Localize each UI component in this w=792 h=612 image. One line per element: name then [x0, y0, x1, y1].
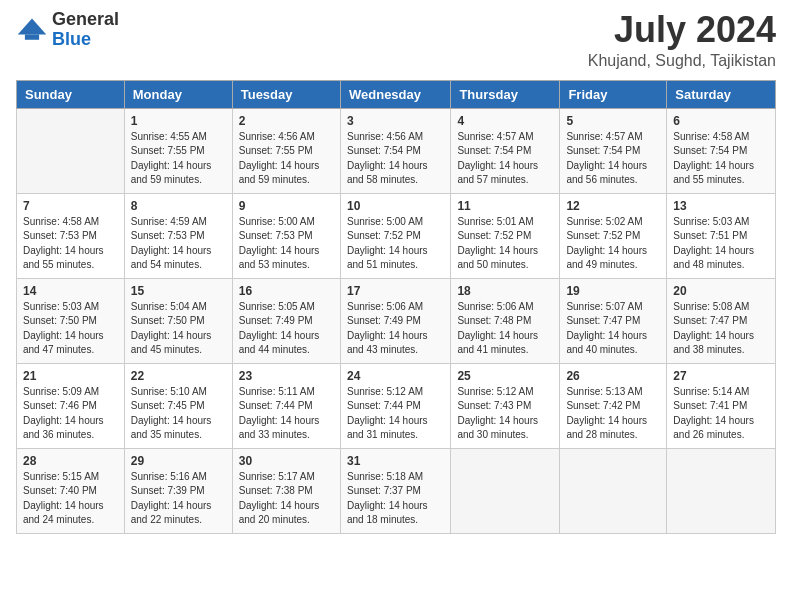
calendar-cell: 22Sunrise: 5:10 AMSunset: 7:45 PMDayligh…	[124, 363, 232, 448]
logo: General Blue	[16, 10, 119, 50]
day-number: 26	[566, 369, 660, 383]
calendar-cell: 2Sunrise: 4:56 AMSunset: 7:55 PMDaylight…	[232, 108, 340, 193]
page: General Blue July 2024 Khujand, Sughd, T…	[0, 0, 792, 550]
calendar-cell: 21Sunrise: 5:09 AMSunset: 7:46 PMDayligh…	[17, 363, 125, 448]
day-number: 29	[131, 454, 226, 468]
day-info: Sunrise: 5:04 AMSunset: 7:50 PMDaylight:…	[131, 300, 226, 358]
day-info: Sunrise: 5:11 AMSunset: 7:44 PMDaylight:…	[239, 385, 334, 443]
calendar-header-wednesday: Wednesday	[340, 80, 450, 108]
day-number: 2	[239, 114, 334, 128]
calendar-cell: 24Sunrise: 5:12 AMSunset: 7:44 PMDayligh…	[340, 363, 450, 448]
location: Khujand, Sughd, Tajikistan	[588, 52, 776, 70]
day-number: 22	[131, 369, 226, 383]
calendar-cell: 8Sunrise: 4:59 AMSunset: 7:53 PMDaylight…	[124, 193, 232, 278]
day-info: Sunrise: 5:10 AMSunset: 7:45 PMDaylight:…	[131, 385, 226, 443]
day-info: Sunrise: 4:55 AMSunset: 7:55 PMDaylight:…	[131, 130, 226, 188]
day-number: 10	[347, 199, 444, 213]
calendar-cell: 9Sunrise: 5:00 AMSunset: 7:53 PMDaylight…	[232, 193, 340, 278]
calendar-cell: 5Sunrise: 4:57 AMSunset: 7:54 PMDaylight…	[560, 108, 667, 193]
calendar-header-thursday: Thursday	[451, 80, 560, 108]
calendar-header-row: SundayMondayTuesdayWednesdayThursdayFrid…	[17, 80, 776, 108]
calendar-cell: 1Sunrise: 4:55 AMSunset: 7:55 PMDaylight…	[124, 108, 232, 193]
day-info: Sunrise: 4:56 AMSunset: 7:55 PMDaylight:…	[239, 130, 334, 188]
day-info: Sunrise: 5:08 AMSunset: 7:47 PMDaylight:…	[673, 300, 769, 358]
day-info: Sunrise: 5:03 AMSunset: 7:51 PMDaylight:…	[673, 215, 769, 273]
calendar-week-row: 14Sunrise: 5:03 AMSunset: 7:50 PMDayligh…	[17, 278, 776, 363]
calendar-cell: 31Sunrise: 5:18 AMSunset: 7:37 PMDayligh…	[340, 448, 450, 533]
day-number: 14	[23, 284, 118, 298]
calendar-cell	[560, 448, 667, 533]
day-info: Sunrise: 5:05 AMSunset: 7:49 PMDaylight:…	[239, 300, 334, 358]
day-info: Sunrise: 5:06 AMSunset: 7:49 PMDaylight:…	[347, 300, 444, 358]
day-info: Sunrise: 5:12 AMSunset: 7:44 PMDaylight:…	[347, 385, 444, 443]
day-number: 4	[457, 114, 553, 128]
month-year: July 2024	[588, 10, 776, 50]
day-number: 21	[23, 369, 118, 383]
calendar-cell: 27Sunrise: 5:14 AMSunset: 7:41 PMDayligh…	[667, 363, 776, 448]
day-info: Sunrise: 5:02 AMSunset: 7:52 PMDaylight:…	[566, 215, 660, 273]
header: General Blue July 2024 Khujand, Sughd, T…	[16, 10, 776, 70]
day-number: 25	[457, 369, 553, 383]
calendar-cell: 23Sunrise: 5:11 AMSunset: 7:44 PMDayligh…	[232, 363, 340, 448]
day-number: 7	[23, 199, 118, 213]
day-info: Sunrise: 4:58 AMSunset: 7:53 PMDaylight:…	[23, 215, 118, 273]
day-info: Sunrise: 5:06 AMSunset: 7:48 PMDaylight:…	[457, 300, 553, 358]
calendar-cell: 10Sunrise: 5:00 AMSunset: 7:52 PMDayligh…	[340, 193, 450, 278]
day-info: Sunrise: 4:58 AMSunset: 7:54 PMDaylight:…	[673, 130, 769, 188]
day-info: Sunrise: 5:13 AMSunset: 7:42 PMDaylight:…	[566, 385, 660, 443]
day-info: Sunrise: 5:00 AMSunset: 7:53 PMDaylight:…	[239, 215, 334, 273]
day-info: Sunrise: 5:03 AMSunset: 7:50 PMDaylight:…	[23, 300, 118, 358]
day-number: 27	[673, 369, 769, 383]
calendar-header-tuesday: Tuesday	[232, 80, 340, 108]
calendar-week-row: 1Sunrise: 4:55 AMSunset: 7:55 PMDaylight…	[17, 108, 776, 193]
day-info: Sunrise: 4:57 AMSunset: 7:54 PMDaylight:…	[566, 130, 660, 188]
day-info: Sunrise: 5:07 AMSunset: 7:47 PMDaylight:…	[566, 300, 660, 358]
calendar-header-saturday: Saturday	[667, 80, 776, 108]
day-info: Sunrise: 5:18 AMSunset: 7:37 PMDaylight:…	[347, 470, 444, 528]
calendar-header-sunday: Sunday	[17, 80, 125, 108]
logo-icon	[16, 16, 48, 44]
calendar-cell: 6Sunrise: 4:58 AMSunset: 7:54 PMDaylight…	[667, 108, 776, 193]
calendar-week-row: 7Sunrise: 4:58 AMSunset: 7:53 PMDaylight…	[17, 193, 776, 278]
calendar-cell	[17, 108, 125, 193]
calendar-cell: 7Sunrise: 4:58 AMSunset: 7:53 PMDaylight…	[17, 193, 125, 278]
calendar-table: SundayMondayTuesdayWednesdayThursdayFrid…	[16, 80, 776, 534]
day-info: Sunrise: 5:09 AMSunset: 7:46 PMDaylight:…	[23, 385, 118, 443]
day-number: 11	[457, 199, 553, 213]
calendar-cell: 26Sunrise: 5:13 AMSunset: 7:42 PMDayligh…	[560, 363, 667, 448]
calendar-cell: 12Sunrise: 5:02 AMSunset: 7:52 PMDayligh…	[560, 193, 667, 278]
svg-rect-1	[25, 34, 39, 39]
calendar-cell: 4Sunrise: 4:57 AMSunset: 7:54 PMDaylight…	[451, 108, 560, 193]
day-info: Sunrise: 5:17 AMSunset: 7:38 PMDaylight:…	[239, 470, 334, 528]
calendar-cell: 25Sunrise: 5:12 AMSunset: 7:43 PMDayligh…	[451, 363, 560, 448]
calendar-cell: 30Sunrise: 5:17 AMSunset: 7:38 PMDayligh…	[232, 448, 340, 533]
day-number: 28	[23, 454, 118, 468]
calendar-cell: 18Sunrise: 5:06 AMSunset: 7:48 PMDayligh…	[451, 278, 560, 363]
day-number: 19	[566, 284, 660, 298]
day-number: 23	[239, 369, 334, 383]
day-number: 20	[673, 284, 769, 298]
calendar-cell: 28Sunrise: 5:15 AMSunset: 7:40 PMDayligh…	[17, 448, 125, 533]
title-block: July 2024 Khujand, Sughd, Tajikistan	[588, 10, 776, 70]
calendar-cell	[451, 448, 560, 533]
day-info: Sunrise: 5:14 AMSunset: 7:41 PMDaylight:…	[673, 385, 769, 443]
day-number: 16	[239, 284, 334, 298]
calendar-header-monday: Monday	[124, 80, 232, 108]
calendar-cell: 17Sunrise: 5:06 AMSunset: 7:49 PMDayligh…	[340, 278, 450, 363]
calendar-cell: 3Sunrise: 4:56 AMSunset: 7:54 PMDaylight…	[340, 108, 450, 193]
calendar-week-row: 21Sunrise: 5:09 AMSunset: 7:46 PMDayligh…	[17, 363, 776, 448]
logo-text: General Blue	[52, 10, 119, 50]
logo-general-text: General	[52, 9, 119, 29]
calendar-cell: 16Sunrise: 5:05 AMSunset: 7:49 PMDayligh…	[232, 278, 340, 363]
day-number: 17	[347, 284, 444, 298]
calendar-cell: 20Sunrise: 5:08 AMSunset: 7:47 PMDayligh…	[667, 278, 776, 363]
day-number: 13	[673, 199, 769, 213]
day-number: 24	[347, 369, 444, 383]
svg-marker-0	[18, 18, 46, 34]
calendar-header-friday: Friday	[560, 80, 667, 108]
day-number: 1	[131, 114, 226, 128]
day-number: 5	[566, 114, 660, 128]
calendar-cell: 13Sunrise: 5:03 AMSunset: 7:51 PMDayligh…	[667, 193, 776, 278]
day-info: Sunrise: 4:59 AMSunset: 7:53 PMDaylight:…	[131, 215, 226, 273]
day-number: 15	[131, 284, 226, 298]
